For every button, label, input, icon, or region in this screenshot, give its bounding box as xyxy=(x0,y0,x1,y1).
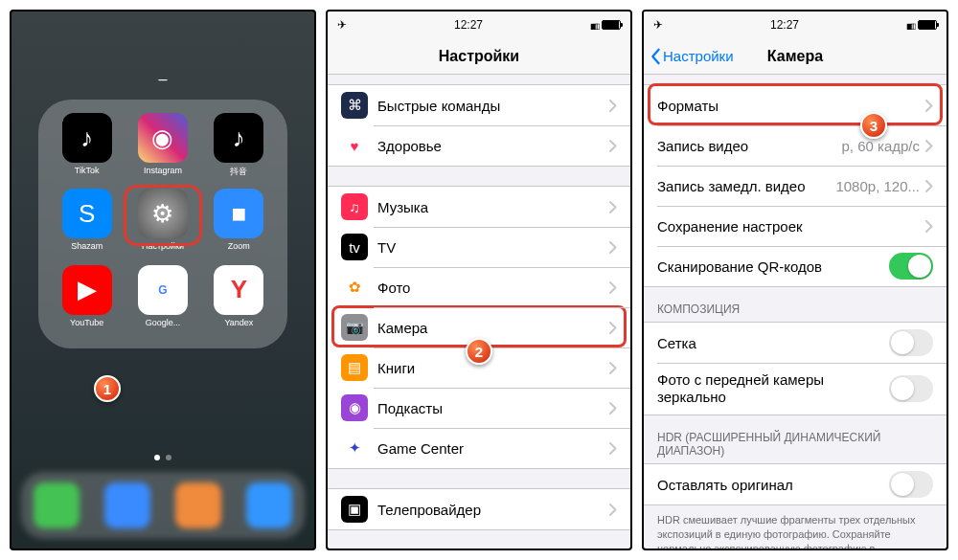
settings-group: ▣Телепровайдер xyxy=(328,488,630,530)
section-header: HDR (РАСШИРЕННЫЙ ДИНАМИЧЕСКИЙ ДИАПАЗОН) xyxy=(644,415,947,463)
app-folder[interactable]: ♪TikTok◉Instagram♪抖音SShazam⚙Настройки■Zo… xyxy=(38,100,287,348)
battery-icon xyxy=(602,20,621,30)
row-music[interactable]: ♫Музыка xyxy=(328,187,630,227)
shortcuts-icon: ⌘ xyxy=(341,92,368,119)
chevron-right-icon xyxy=(609,402,617,414)
chevron-right-icon xyxy=(609,362,617,374)
chevron-right-icon xyxy=(609,241,617,254)
settings-group: ФорматыЗапись видеор, 60 кадр/сЗапись за… xyxy=(644,84,947,287)
page-title: Настройки xyxy=(439,48,519,65)
row-rec-video[interactable]: Запись видеор, 60 кадр/с xyxy=(644,125,947,166)
chevron-right-icon xyxy=(609,140,617,152)
settings-group: ⌘Быстрые команды♥Здоровье xyxy=(328,84,630,167)
toggle-qr[interactable] xyxy=(889,253,933,280)
row-label: Запись видео xyxy=(657,138,841,154)
row-grid[interactable]: Сетка xyxy=(644,323,947,363)
app-douyin[interactable]: ♪抖音 xyxy=(204,113,274,183)
chevron-right-icon xyxy=(609,504,617,516)
airplane-icon: ✈ xyxy=(337,18,347,32)
page-indicator xyxy=(154,455,171,460)
row-mirror[interactable]: Фото с передней камеры зеркально xyxy=(644,363,947,414)
row-label: Сканирование QR-кодов xyxy=(657,258,889,275)
row-label: Здоровье xyxy=(377,138,609,154)
chevron-right-icon xyxy=(609,100,617,112)
app-label: 抖音 xyxy=(230,166,247,178)
app-instagram[interactable]: ◉Instagram xyxy=(127,113,197,183)
yandex-icon: Y xyxy=(214,265,263,315)
tv-icon: tv xyxy=(341,234,368,260)
row-formats[interactable]: Форматы xyxy=(644,85,947,125)
row-preserve[interactable]: Сохранение настроек xyxy=(644,206,947,246)
row-label: Сохранение настроек xyxy=(657,218,925,235)
youtube-icon: ▶ xyxy=(62,265,112,315)
step-badge-2: 2 xyxy=(466,338,492,365)
chevron-right-icon xyxy=(925,100,933,112)
dock-app[interactable] xyxy=(246,482,292,528)
signal-icon xyxy=(906,18,914,32)
row-label: Форматы xyxy=(657,98,925,114)
row-shortcuts[interactable]: ⌘Быстрые команды xyxy=(328,85,630,125)
dock-app[interactable] xyxy=(104,482,150,528)
row-qr[interactable]: Сканирование QR-кодов xyxy=(644,246,947,286)
health-icon: ♥ xyxy=(341,132,368,159)
app-zoom[interactable]: ■Zoom xyxy=(204,189,274,258)
airplane-icon: ✈ xyxy=(653,18,663,32)
google-icon: G xyxy=(138,265,188,315)
settings-group: ♫МузыкаtvTV✿Фото📷Камера▤Книги◉Подкасты✦G… xyxy=(328,186,630,469)
chevron-right-icon xyxy=(925,180,933,192)
app-youtube[interactable]: ▶YouTube xyxy=(52,265,122,335)
screen-home: – ♪TikTok◉Instagram♪抖音SShazam⚙Настройки■… xyxy=(10,10,316,550)
app-tiktok[interactable]: ♪TikTok xyxy=(52,113,122,183)
toggle-grid[interactable] xyxy=(889,329,933,356)
section-footer: HDR смешивает лучшие фрагменты трех отде… xyxy=(644,505,947,549)
row-label: Книги xyxy=(377,360,609,376)
back-button[interactable]: Настройки xyxy=(650,48,734,65)
books-icon: ▤ xyxy=(341,354,368,381)
step-badge-3: 3 xyxy=(860,112,887,139)
tiktok-icon: ♪ xyxy=(62,113,112,163)
row-label: Музыка xyxy=(377,199,609,215)
battery-icon xyxy=(918,20,937,30)
podcasts-icon: ◉ xyxy=(341,394,368,421)
row-label: Быстрые команды xyxy=(377,98,609,114)
row-rec-slomo[interactable]: Запись замедл. видео1080p, 120... xyxy=(644,166,947,206)
row-health[interactable]: ♥Здоровье xyxy=(328,125,630,166)
tvprovider-icon: ▣ xyxy=(341,496,368,523)
status-bar: ✈ 12:27 xyxy=(644,11,947,38)
chevron-right-icon xyxy=(925,220,933,233)
page-title: Камера xyxy=(767,48,823,65)
dock-app[interactable] xyxy=(34,482,80,528)
app-google[interactable]: GGoogle... xyxy=(127,265,197,335)
gamecenter-icon: ✦ xyxy=(341,435,368,461)
row-label: Подкасты xyxy=(377,400,609,416)
app-yandex[interactable]: YYandex xyxy=(204,265,274,335)
row-label: Game Center xyxy=(377,440,609,457)
toggle-keep-orig[interactable] xyxy=(889,471,933,498)
app-label: Zoom xyxy=(228,241,250,251)
settings-group: Оставлять оригинал xyxy=(644,463,947,505)
row-label: Телепровайдер xyxy=(377,502,609,518)
status-bar: ✈ 12:27 xyxy=(328,11,630,38)
status-time: 12:27 xyxy=(770,18,799,32)
camera-icon: 📷 xyxy=(341,314,368,341)
app-label: Google... xyxy=(146,318,181,327)
row-tvprovider[interactable]: ▣Телепровайдер xyxy=(328,489,630,529)
app-settings[interactable]: ⚙Настройки xyxy=(127,189,197,258)
app-label: Yandex xyxy=(224,318,253,327)
row-label: Фото с передней камеры зеркально xyxy=(657,371,889,406)
status-time: 12:27 xyxy=(454,18,483,32)
row-gamecenter[interactable]: ✦Game Center xyxy=(328,428,630,468)
row-photos[interactable]: ✿Фото xyxy=(328,267,630,307)
row-tv[interactable]: tvTV xyxy=(328,227,630,267)
row-value: р, 60 кадр/с xyxy=(841,138,920,154)
step-badge-1: 1 xyxy=(94,375,121,402)
toggle-mirror[interactable] xyxy=(889,375,933,402)
screen-camera-settings: ✈ 12:27 Настройки Камера 3 ФорматыЗапись… xyxy=(642,10,948,550)
row-keep-orig[interactable]: Оставлять оригинал xyxy=(644,464,947,504)
row-podcasts[interactable]: ◉Подкасты xyxy=(328,388,630,428)
shazam-icon: S xyxy=(62,189,112,238)
dock-app[interactable] xyxy=(175,482,221,528)
app-shazam[interactable]: SShazam xyxy=(52,189,122,258)
app-label: Instagram xyxy=(144,166,182,175)
screen-settings: ✈ 12:27 Настройки 2 ⌘Быстрые команды♥Здо… xyxy=(326,10,632,550)
